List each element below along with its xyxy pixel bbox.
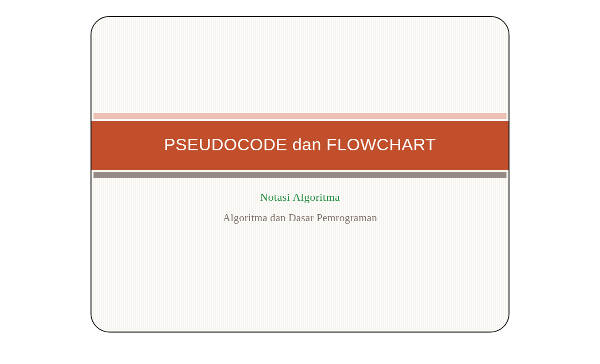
title-band: PSEUDOCODE dan FLOWCHART: [92, 121, 508, 170]
title-band-wrapper: PSEUDOCODE dan FLOWCHART: [92, 113, 508, 178]
title-accent-top: [94, 113, 506, 119]
title-accent-bottom: [94, 172, 506, 178]
subtitle-area: Notasi Algoritma Algoritma dan Dasar Pem…: [92, 191, 508, 224]
presentation-slide: PSEUDOCODE dan FLOWCHART Notasi Algoritm…: [90, 16, 510, 333]
subtitle-primary: Notasi Algoritma: [92, 191, 508, 204]
slide-title: PSEUDOCODE dan FLOWCHART: [112, 135, 488, 154]
subtitle-secondary: Algoritma dan Dasar Pemrograman: [92, 212, 508, 224]
slide-content: PSEUDOCODE dan FLOWCHART Notasi Algoritm…: [92, 17, 508, 332]
